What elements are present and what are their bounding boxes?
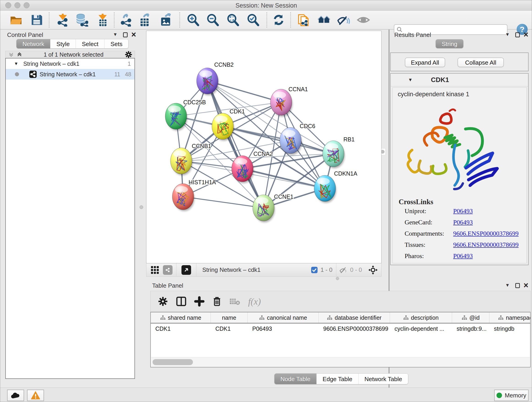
network-collection-row[interactable]: ▼ String Network – cdk1 1 bbox=[6, 58, 134, 69]
tab-sets[interactable]: Sets bbox=[104, 39, 128, 48]
memory-button[interactable]: Memory bbox=[494, 390, 529, 401]
column-header-description[interactable]: description bbox=[390, 313, 452, 323]
table-cell[interactable]: cyclin-dependent ... bbox=[390, 323, 452, 334]
collapse-all-button[interactable]: Collapse All bbox=[457, 57, 504, 67]
column-header--id[interactable]: @id bbox=[452, 313, 489, 323]
zoom-fit-icon[interactable] bbox=[226, 13, 239, 27]
crosslink-link[interactable]: P06493 bbox=[453, 207, 473, 215]
results-panel-float-icon[interactable] bbox=[515, 32, 520, 37]
control-panel-close-icon[interactable]: × bbox=[131, 32, 136, 37]
show-glass-icon[interactable] bbox=[357, 13, 370, 27]
crosslink-link[interactable]: 9606.ENSP00000378699 bbox=[453, 230, 519, 237]
refresh-icon[interactable] bbox=[272, 13, 285, 27]
tab-edge-table[interactable]: Edge Table bbox=[317, 374, 359, 384]
column-header-shared-name[interactable]: shared name bbox=[151, 313, 211, 323]
left-splitter-handle[interactable] bbox=[139, 205, 143, 209]
column-header-name[interactable]: name bbox=[211, 313, 248, 323]
network-node-ccne1[interactable]: CCNE1 bbox=[253, 193, 293, 222]
network-node-cdk1[interactable]: CDK1 bbox=[212, 108, 245, 141]
table-cell[interactable]: P06493 bbox=[248, 323, 319, 334]
gene-panel: ▼ CDK1 cyclin-dependent kinase 1 bbox=[390, 73, 529, 265]
collection-label: String Network – cdk1 bbox=[23, 61, 80, 67]
grid-view-icon[interactable] bbox=[151, 266, 159, 274]
tab-select[interactable]: Select bbox=[76, 39, 104, 48]
table-options-gear-icon[interactable] bbox=[158, 296, 168, 306]
crosslink-link[interactable]: P06493 bbox=[453, 219, 473, 226]
table-horizontal-scrollbar[interactable] bbox=[151, 357, 530, 366]
pan-crosshair-icon[interactable] bbox=[368, 265, 378, 275]
network-node-hist1h1a[interactable]: HIST1H1A bbox=[172, 179, 216, 211]
tab-network-table[interactable]: Network Table bbox=[359, 374, 408, 384]
table-cell[interactable]: stringdb bbox=[489, 323, 531, 334]
network-column-icon bbox=[403, 315, 409, 320]
crosslink-link[interactable]: 9606.ENSP00000378699 bbox=[453, 241, 519, 249]
network-label: String Network – cdk1 bbox=[40, 71, 96, 78]
network-node-ccnb1[interactable]: CCNB1 bbox=[171, 143, 211, 175]
bottom-splitter-handle[interactable] bbox=[336, 277, 339, 280]
network-node-ccna1[interactable]: CCNA1 bbox=[270, 86, 308, 117]
control-panel-collapse-icon[interactable]: ▼ bbox=[113, 32, 118, 37]
table-cell[interactable]: CDK1 bbox=[211, 323, 248, 334]
table-cell[interactable]: CDK1 bbox=[151, 323, 211, 334]
zoom-selected-icon[interactable] bbox=[246, 13, 260, 27]
network-edge[interactable] bbox=[207, 81, 264, 208]
collapse-all-networks-icon[interactable] bbox=[8, 51, 14, 57]
network-canvas[interactable]: CCNB2CCNA1CDC25BCDK1CDC6RB1CCNB1CCNA2CDK… bbox=[146, 31, 381, 263]
table-panel-close-icon[interactable]: × bbox=[524, 283, 528, 288]
tab-string[interactable]: String bbox=[436, 39, 463, 48]
column-header-namespace[interactable]: namespace bbox=[489, 313, 531, 323]
hide-glass-icon[interactable] bbox=[337, 13, 350, 27]
table-row[interactable]: CDK1CDK1P064939606.ENSP00000378699cyclin… bbox=[151, 323, 530, 334]
results-panel-close-icon[interactable]: × bbox=[524, 32, 528, 37]
tab-network[interactable]: Network bbox=[17, 39, 51, 48]
gene-expand-caret[interactable]: ▼ bbox=[408, 77, 413, 83]
expand-all-networks-icon[interactable] bbox=[17, 51, 22, 57]
network-options-gear-icon[interactable] bbox=[125, 51, 133, 58]
gene-header[interactable]: ▼ CDK1 bbox=[391, 74, 528, 86]
table-cell[interactable]: 9606.ENSP00000378699 bbox=[319, 323, 390, 334]
table-panel-float-icon[interactable] bbox=[515, 283, 520, 288]
tab-style[interactable]: Style bbox=[51, 39, 76, 48]
crosslink-row: Uniprot:P06493 bbox=[405, 207, 526, 215]
string-import-icon[interactable] bbox=[297, 13, 310, 27]
network-node-cdc6[interactable]: CDC6 bbox=[280, 123, 315, 155]
network-node-ccnb2[interactable]: CCNB2 bbox=[196, 61, 234, 95]
cloud-button[interactable] bbox=[7, 390, 24, 401]
network-view-toolbar: String Network – cdk1 1 - 0 0 - 0 bbox=[146, 263, 381, 277]
save-session-icon[interactable] bbox=[30, 13, 43, 27]
protein-structure-image bbox=[402, 103, 510, 195]
collection-expand-caret[interactable]: ▼ bbox=[14, 61, 18, 66]
import-network-database-icon[interactable] bbox=[75, 13, 88, 27]
selected-checkbox-icon[interactable] bbox=[311, 267, 318, 274]
network-share-view-icon[interactable] bbox=[163, 265, 172, 275]
string-home-icon[interactable] bbox=[317, 13, 331, 27]
create-column-icon[interactable] bbox=[194, 296, 205, 307]
open-session-icon[interactable] bbox=[9, 13, 23, 27]
delete-column-icon[interactable] bbox=[212, 296, 222, 307]
column-header-canonical-name[interactable]: canonical name bbox=[248, 313, 319, 323]
network-node-rb1[interactable]: RB1 bbox=[323, 136, 355, 168]
export-network-icon[interactable] bbox=[119, 13, 133, 27]
tab-node-table[interactable]: Node Table bbox=[274, 374, 317, 384]
zoom-out-icon[interactable] bbox=[206, 13, 219, 27]
network-node-cdkn1a[interactable]: CDKN1A bbox=[314, 170, 357, 203]
export-image-icon[interactable] bbox=[159, 13, 172, 27]
scrollbar-thumb[interactable] bbox=[152, 359, 193, 365]
export-table-icon[interactable] bbox=[138, 13, 152, 27]
warning-button[interactable] bbox=[27, 390, 44, 401]
column-header-database-identifier[interactable]: database identifier bbox=[319, 313, 390, 323]
crosslink-link[interactable]: P06493 bbox=[453, 252, 473, 260]
zoom-in-icon[interactable] bbox=[186, 13, 200, 27]
network-edge[interactable] bbox=[183, 197, 264, 208]
table-cell[interactable]: stringdb:9... bbox=[452, 323, 489, 334]
birds-eye-view-icon[interactable] bbox=[181, 265, 191, 275]
show-columns-icon[interactable] bbox=[176, 296, 187, 307]
node-label-cdk1: CDK1 bbox=[230, 108, 245, 115]
network-row-selected[interactable]: String Network – cdk1 11 48 bbox=[6, 69, 134, 80]
import-table-icon[interactable] bbox=[96, 13, 109, 27]
table-panel-collapse-icon[interactable]: ▼ bbox=[505, 283, 510, 288]
expand-all-button[interactable]: Expand All bbox=[405, 57, 445, 67]
results-panel-collapse-icon[interactable]: ▼ bbox=[505, 32, 510, 37]
import-network-file-icon[interactable] bbox=[56, 13, 70, 27]
control-panel-float-icon[interactable] bbox=[123, 32, 128, 37]
